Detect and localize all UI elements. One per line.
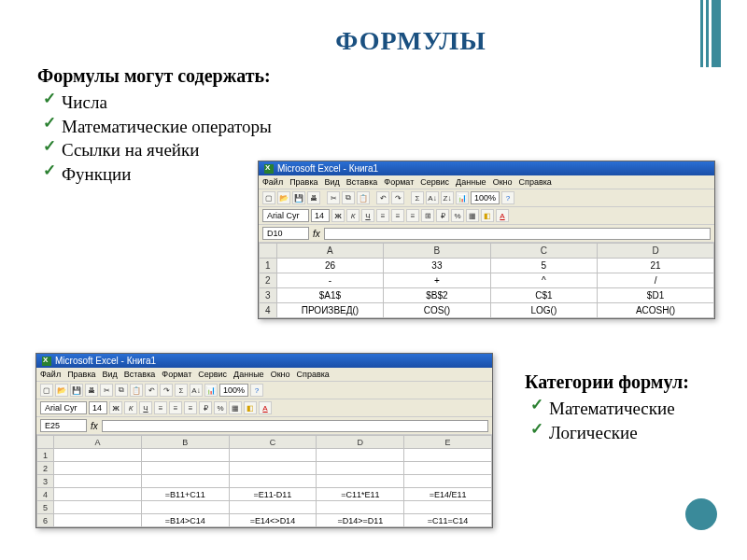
menu-edit[interactable]: Правка (67, 370, 95, 379)
bold-icon[interactable]: Ж (109, 401, 122, 414)
zoom-field[interactable]: 100% (471, 191, 500, 204)
col-header[interactable]: A (276, 244, 383, 259)
align-right-icon[interactable]: ≡ (406, 209, 419, 222)
fill-color-icon[interactable]: ◧ (244, 401, 257, 414)
cell[interactable] (317, 475, 404, 488)
cell[interactable] (404, 449, 492, 462)
formula-bar[interactable]: E25 fx (36, 417, 492, 435)
cut-icon[interactable]: ✂ (100, 384, 113, 397)
menubar[interactable]: Файл Правка Вид Вставка Формат Сервис Да… (36, 368, 492, 382)
menu-insert[interactable]: Вставка (346, 177, 377, 187)
col-header[interactable]: D (317, 436, 404, 449)
autosum-icon[interactable]: Σ (175, 384, 188, 397)
currency-icon[interactable]: ₽ (436, 209, 449, 222)
font-name-field[interactable]: Arial Cyr (40, 401, 87, 414)
row-header[interactable]: 6 (37, 514, 54, 527)
align-center-icon[interactable]: ≡ (169, 401, 182, 414)
col-header[interactable]: C (229, 436, 317, 449)
cell[interactable] (317, 462, 404, 475)
cell[interactable]: ACOSH() (598, 303, 714, 318)
align-center-icon[interactable]: ≡ (391, 209, 404, 222)
menu-data[interactable]: Данные (233, 370, 264, 379)
row-header[interactable]: 1 (37, 449, 54, 462)
toolbar-format[interactable]: Arial Cyr 14 Ж К Ч ≡ ≡ ≡ ₽ % ▦ ◧ A (36, 399, 492, 417)
cell[interactable] (54, 475, 142, 488)
font-color-icon[interactable]: A (259, 401, 272, 414)
cell[interactable] (317, 501, 404, 514)
sort-desc-icon[interactable]: Z↓ (441, 191, 454, 204)
col-header[interactable]: A (54, 436, 142, 449)
borders-icon[interactable]: ▦ (466, 209, 479, 222)
chart-icon[interactable]: 📊 (456, 191, 469, 204)
row-header[interactable]: 4 (260, 303, 277, 318)
sort-asc-icon[interactable]: A↓ (190, 384, 203, 397)
redo-icon[interactable]: ↷ (160, 384, 173, 397)
sort-asc-icon[interactable]: A↓ (426, 191, 439, 204)
select-all-cell[interactable] (37, 436, 54, 449)
new-icon[interactable]: ▢ (40, 384, 53, 397)
row-header[interactable]: 4 (37, 488, 54, 501)
cell[interactable] (54, 514, 142, 527)
toolbar-format[interactable]: Arial Cyr 14 Ж К Ч ≡ ≡ ≡ ⊞ ₽ % ▦ ◧ A (259, 207, 714, 225)
open-icon[interactable]: 📂 (55, 384, 68, 397)
row-header[interactable]: 2 (260, 273, 277, 288)
italic-icon[interactable]: К (124, 401, 137, 414)
col-header[interactable]: C (490, 244, 597, 259)
save-icon[interactable]: 💾 (292, 191, 305, 204)
help-icon[interactable]: ? (250, 384, 263, 397)
cell[interactable] (54, 501, 142, 514)
row-header[interactable]: 3 (260, 288, 277, 303)
col-header[interactable]: B (141, 436, 229, 449)
redo-icon[interactable]: ↷ (391, 191, 404, 204)
cell[interactable] (141, 449, 229, 462)
menu-tools[interactable]: Сервис (420, 177, 449, 187)
cell[interactable] (229, 475, 317, 488)
cell[interactable]: ПРОИЗВЕД() (276, 303, 383, 318)
font-name-field[interactable]: Arial Cyr (262, 209, 309, 222)
cell[interactable] (317, 449, 404, 462)
fx-icon[interactable]: fx (313, 229, 320, 239)
menu-help[interactable]: Справка (519, 177, 552, 187)
percent-icon[interactable]: % (214, 401, 227, 414)
cell[interactable]: ^ (490, 273, 597, 288)
menu-file[interactable]: Файл (262, 177, 283, 187)
menu-view[interactable]: Вид (103, 370, 118, 379)
menu-help[interactable]: Справка (297, 370, 330, 379)
cell[interactable] (141, 462, 229, 475)
cell[interactable] (141, 475, 229, 488)
font-size-field[interactable]: 14 (89, 401, 107, 414)
menu-view[interactable]: Вид (325, 177, 340, 187)
worksheet[interactable]: A B C D E 1 2 3 4 =B11+C11 =E11-D11 =C11… (36, 435, 492, 527)
row-header[interactable]: 1 (260, 259, 277, 273)
row-header[interactable]: 3 (37, 475, 54, 488)
currency-icon[interactable]: ₽ (199, 401, 212, 414)
cell[interactable]: - (276, 273, 383, 288)
cell[interactable] (54, 449, 142, 462)
name-box[interactable]: D10 (262, 227, 309, 240)
cell[interactable]: / (598, 273, 714, 288)
paste-icon[interactable]: 📋 (357, 191, 370, 204)
help-icon[interactable]: ? (501, 191, 514, 204)
formula-bar[interactable]: D10 fx (259, 225, 714, 243)
col-header[interactable]: D (598, 244, 714, 259)
formula-input[interactable] (324, 228, 711, 240)
cell[interactable]: LOG() (490, 303, 597, 318)
cut-icon[interactable]: ✂ (327, 191, 340, 204)
underline-icon[interactable]: Ч (139, 401, 152, 414)
fx-icon[interactable]: fx (91, 421, 98, 431)
cell[interactable]: $B$2 (384, 288, 490, 303)
cell[interactable] (54, 488, 142, 501)
align-left-icon[interactable]: ≡ (376, 209, 389, 222)
menubar[interactable]: Файл Правка Вид Вставка Формат Сервис Да… (259, 175, 714, 189)
cell[interactable]: + (384, 273, 490, 288)
copy-icon[interactable]: ⧉ (342, 191, 355, 204)
toolbar-standard[interactable]: ▢ 📂 💾 🖶 ✂ ⧉ 📋 ↶ ↷ Σ A↓ Z↓ 📊 100% ? (259, 189, 714, 207)
cell[interactable]: =E11-D11 (229, 488, 317, 501)
paste-icon[interactable]: 📋 (130, 384, 143, 397)
zoom-field[interactable]: 100% (219, 384, 248, 397)
menu-tools[interactable]: Сервис (198, 370, 227, 379)
undo-icon[interactable]: ↶ (376, 191, 389, 204)
fill-color-icon[interactable]: ◧ (481, 209, 494, 222)
align-left-icon[interactable]: ≡ (154, 401, 167, 414)
open-icon[interactable]: 📂 (277, 191, 290, 204)
